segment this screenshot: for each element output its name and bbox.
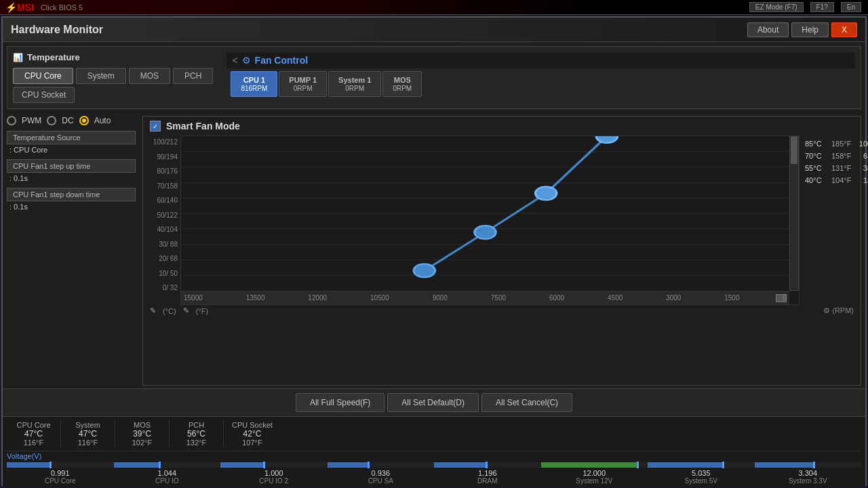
temp-40c: 40°C xyxy=(805,176,829,184)
temp-row-70: 70°C 158°F 63% xyxy=(802,150,858,161)
tab-cpu-core[interactable]: CPU Core xyxy=(13,68,73,84)
fan-tab-system1[interactable]: System 1 0RPM xyxy=(328,71,381,97)
voltage-value-cpu-core: 0.991 xyxy=(51,469,70,477)
sensor-readings: CPU Core 47°C 116°F System 47°C 116°F MO… xyxy=(7,420,861,451)
top-f-btn[interactable]: F1? xyxy=(810,2,834,12)
temp-63pct: 63% xyxy=(858,152,868,160)
voltage-item-cpu-sa: 0.936 CPU SA xyxy=(328,462,435,485)
status-bar: CPU Core 47°C 116°F System 47°C 116°F MO… xyxy=(3,416,865,487)
chart-container: 100/212 90/194 80/176 70/158 60/140 50/1… xyxy=(143,136,861,305)
smart-fan-checkbox[interactable]: ✓ xyxy=(150,121,161,131)
radio-dc[interactable] xyxy=(47,116,56,125)
y-label-5: 50/122 xyxy=(146,211,178,219)
radio-pwm-label: PWM xyxy=(22,116,41,125)
fan-tab-cpu1[interactable]: CPU 1 816RPM xyxy=(231,71,277,97)
step-up-value: : 0.1s xyxy=(7,174,136,182)
temp-label-text: Temperature xyxy=(27,52,80,62)
voltage-item-cpu-io: 1.044 CPU IO xyxy=(114,462,221,485)
all-set-default-button[interactable]: All Set Default(D) xyxy=(387,393,479,412)
close-button[interactable]: X xyxy=(831,22,857,37)
sensor-pch-f: 132°F xyxy=(186,439,206,447)
voltage-bar-cpu-io2 xyxy=(220,462,263,468)
voltage-bar-cpu-io xyxy=(114,462,159,468)
x-label-13500: 13500 xyxy=(246,294,265,302)
x-label-12000: 12000 xyxy=(308,294,327,302)
fan-icon-footer: ⚙ xyxy=(823,306,830,314)
voltage-bar-cpu-core xyxy=(7,462,50,468)
fan-tab-pump1[interactable]: PUMP 1 0RPM xyxy=(279,71,327,97)
sensor-panel: 📊 Temperature CPU Core System MOS PCH CP… xyxy=(7,46,861,109)
temp-source-button[interactable]: Temperature Source xyxy=(7,131,136,144)
step-down-button[interactable]: CPU Fan1 step down time xyxy=(7,188,136,201)
fan-left-panel: PWM DC Auto Temperature Source : CPU Cor… xyxy=(7,116,142,386)
step-down-value: : 0.1s xyxy=(7,203,136,211)
voltage-value-system33v: 3.304 xyxy=(798,469,817,477)
about-button[interactable]: About xyxy=(747,22,789,37)
voltage-bar-system33v xyxy=(755,462,814,468)
fan-control-title: Fan Control xyxy=(255,55,309,66)
radio-pwm[interactable] xyxy=(7,116,16,125)
sensor-system-f: 116°F xyxy=(78,439,98,447)
voltage-bar-container-cpu-io xyxy=(114,462,221,468)
voltage-value-system5v: 5.035 xyxy=(692,469,711,477)
scrollbar-thumb-vert[interactable] xyxy=(791,137,797,164)
sensor-cpu-socket-f: 107°F xyxy=(242,439,262,447)
sensor-cpu-socket-c: 42°C xyxy=(243,429,262,439)
sensor-name-cpu-socket: CPU Socket xyxy=(232,421,273,429)
thermometer-c-icon: ✎ xyxy=(150,306,156,315)
temp-131f: 131°F xyxy=(831,164,855,172)
sensor-reading-cpu-core: CPU Core 47°C 116°F xyxy=(7,420,61,448)
tab-pch[interactable]: PCH xyxy=(173,68,213,84)
voltage-bar-container-system33v xyxy=(755,462,862,468)
voltage-name-cpu-io: CPU IO xyxy=(155,477,178,485)
help-button[interactable]: Help xyxy=(791,22,829,37)
fan-tab-cpu1-name: CPU 1 xyxy=(243,76,265,84)
x-label-1500: 1500 xyxy=(724,294,739,302)
ez-mode-label[interactable]: EZ Mode (F7) xyxy=(749,2,804,12)
fan-nav-icon: ⚙ xyxy=(242,55,251,66)
voltage-bar-container-dram xyxy=(434,462,541,468)
nav-prev-arrow[interactable]: < xyxy=(232,55,237,66)
voltage-marker-cpu-io xyxy=(159,462,161,468)
tab-cpu-socket[interactable]: CPU Socket xyxy=(13,87,75,103)
fan-tab-mos[interactable]: MOS 0RPM xyxy=(382,71,422,97)
voltage-marker-dram xyxy=(486,462,488,468)
temp-row-40: 40°C 104°F 13% xyxy=(802,175,858,186)
all-full-speed-button[interactable]: All Full Speed(F) xyxy=(296,393,384,412)
temp-70c: 70°C xyxy=(805,152,829,160)
temp-100pct: 100% xyxy=(858,140,868,148)
all-set-cancel-button[interactable]: All Set Cancel(C) xyxy=(481,393,572,412)
fan-main-content: PWM DC Auto Temperature Source : CPU Cor… xyxy=(3,113,865,388)
fan-tab-system1-rpm: 0RPM xyxy=(345,85,364,92)
fan-tab-cpu1-rpm: 816RPM xyxy=(241,85,267,92)
fan-curve-svg[interactable] xyxy=(181,136,789,291)
voltage-bar-cpu-sa xyxy=(328,462,368,468)
sensor-mos-c: 39°C xyxy=(133,429,151,439)
voltage-bar-container-system12v xyxy=(541,462,648,468)
tab-mos[interactable]: MOS xyxy=(129,68,170,84)
x-label-9000: 9000 xyxy=(433,294,448,302)
chart-footer: ✎ (°C) ✎ (°F) ⚙ (RPM) xyxy=(143,305,861,317)
window-title-bar: Hardware Monitor About Help X xyxy=(3,18,865,42)
voltage-name-system33v: System 3.3V xyxy=(789,477,827,485)
temp-185f: 185°F xyxy=(831,140,855,148)
tab-system[interactable]: System xyxy=(76,68,126,84)
temp-55c: 55°C xyxy=(805,164,829,172)
voltage-value-system12v: 12.000 xyxy=(583,469,606,477)
temp-tabs-row2: CPU Socket xyxy=(13,87,213,103)
top-en-btn[interactable]: En xyxy=(841,2,861,12)
step-up-button[interactable]: CPU Fan1 step up time xyxy=(7,159,136,173)
temp-source-block: Temperature Source : CPU Core xyxy=(7,131,136,154)
temp-85c: 85°C xyxy=(805,140,829,148)
fan-tab-mos-rpm: 0RPM xyxy=(393,85,412,92)
sensor-reading-system: System 47°C 116°F xyxy=(61,420,115,448)
temp-158f: 158°F xyxy=(831,152,855,160)
voltage-marker-system12v xyxy=(637,462,639,468)
pwm-dc-auto-row: PWM DC Auto xyxy=(7,116,136,125)
voltage-section-label[interactable]: Voltage(V) xyxy=(7,451,41,462)
radio-auto[interactable] xyxy=(79,116,89,125)
voltage-bar-container-cpu-core xyxy=(7,462,114,468)
voltage-marker-cpu-io2 xyxy=(263,462,265,468)
chart-vertical-scrollbar[interactable] xyxy=(789,136,799,291)
y-label-6: 60/140 xyxy=(146,197,178,204)
